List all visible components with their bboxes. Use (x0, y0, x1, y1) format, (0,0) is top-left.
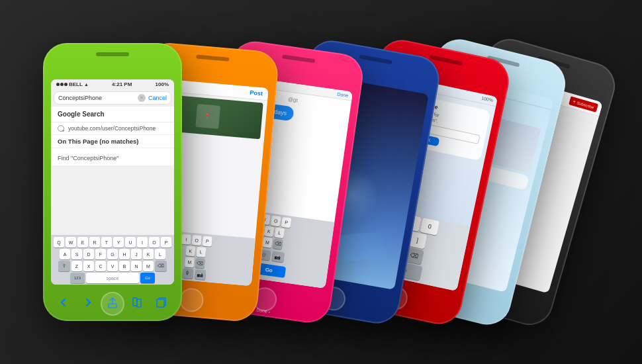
dot-3 (64, 83, 68, 86)
dot-2 (60, 83, 64, 86)
key-bs-2[interactable]: ⌫ (195, 258, 205, 269)
cancel-btn[interactable]: Cancel (148, 95, 167, 101)
post-button[interactable]: Post (250, 89, 263, 97)
kb-green-row2: A S D F G H J K L (52, 249, 173, 259)
key-r[interactable]: R (89, 237, 100, 248)
speaker-red (430, 55, 463, 66)
find-label: Find "ConceptsiPhone" (58, 155, 118, 161)
tabs-icon[interactable] (155, 296, 168, 309)
key-P[interactable]: P (281, 217, 292, 228)
google-search-section: Google Search (51, 107, 174, 122)
url-result: youtube.com/user/ConceptsiPhone (68, 125, 156, 132)
battery-5: 100% (481, 96, 494, 104)
key-I-2[interactable]: I (181, 234, 191, 245)
on-this-page-title: On This Page (no matches) (58, 138, 167, 145)
battery-label: 100% (156, 81, 169, 87)
key-K[interactable]: K (263, 226, 274, 237)
clear-icon[interactable]: ✕ (138, 94, 146, 102)
key-0[interactable]: 0 (420, 218, 439, 236)
svg-rect-1 (133, 298, 137, 306)
speaker-green (96, 52, 129, 56)
key-P-2[interactable]: P (203, 236, 212, 246)
forward-icon[interactable] (81, 296, 95, 309)
time-label: 4:21 PM (112, 81, 132, 87)
key-c[interactable]: C (95, 261, 106, 271)
kb-green-row1: Q W E R T Y U I O P (52, 237, 173, 248)
key-g[interactable]: G (107, 249, 118, 259)
key-a[interactable]: A (60, 249, 70, 259)
key-delete-main[interactable]: ⌫ (155, 261, 167, 271)
key-123[interactable]: 123 (70, 273, 85, 283)
find-row[interactable]: Find "ConceptsiPhone" (51, 148, 174, 165)
key-o[interactable]: O (149, 237, 160, 248)
search-icon-small (58, 125, 64, 132)
back-icon[interactable] (57, 296, 70, 309)
carrier-label: BELL (69, 81, 83, 87)
key-v[interactable]: V (107, 261, 118, 271)
key-z[interactable]: Z (71, 261, 82, 271)
on-this-page-section: On This Page (no matches) (51, 135, 174, 148)
key-M-2[interactable]: M (185, 257, 195, 267)
address-bar[interactable]: ConceptsiPhone ✕ Cancel (54, 91, 171, 105)
key-backspace[interactable]: ⌫ (273, 238, 283, 250)
google-search-title: Google Search (58, 111, 167, 118)
status-bar-green: BELL ▲ 4:21 PM 100% (51, 79, 174, 89)
key-n[interactable]: N (131, 261, 142, 271)
dot-1 (56, 83, 60, 86)
key-l[interactable]: L (155, 249, 165, 259)
address-text: ConceptsiPhone (58, 95, 135, 101)
key-d[interactable]: D (83, 249, 94, 259)
key-j[interactable]: J (131, 249, 142, 259)
key-go-main[interactable]: Go (140, 273, 155, 283)
signal-dots (56, 83, 68, 86)
screen-green: BELL ▲ 4:21 PM 100% ConceptsiPhone ✕ Can… (51, 79, 174, 285)
key-cam-2[interactable]: 📷 (195, 269, 206, 280)
key-s[interactable]: S (71, 249, 82, 259)
carrier-area: BELL ▲ (56, 81, 89, 87)
key-M[interactable]: M (262, 237, 273, 248)
bookmarks-icon[interactable] (130, 296, 144, 309)
post-thumbnail: 📍 (195, 104, 220, 129)
phones-container: + Subscribe Playlists — ra, iOS 7... 1 d… (23, 17, 619, 347)
url-result-row[interactable]: youtube.com/user/ConceptsiPhone (51, 122, 174, 135)
key-camera[interactable]: 📷 (271, 251, 285, 262)
key-m[interactable]: M (143, 261, 154, 271)
wifi-symbol: ▲ (84, 82, 89, 87)
key-x[interactable]: X (83, 261, 94, 271)
key-f[interactable]: F (95, 249, 106, 259)
key-b[interactable]: B (119, 261, 130, 271)
key-u[interactable]: U (125, 237, 136, 248)
key-t[interactable]: T (101, 237, 112, 248)
key-y[interactable]: Y (113, 237, 124, 248)
key-shift[interactable]: ⇧ (58, 261, 70, 271)
speaker-pink (282, 54, 315, 63)
svg-rect-2 (137, 299, 141, 307)
key-K-2[interactable]: K (185, 246, 195, 256)
key-h[interactable]: H (119, 249, 130, 259)
svg-rect-3 (157, 299, 164, 307)
key-i[interactable]: I (137, 237, 148, 248)
key-L-2[interactable]: L (196, 247, 206, 257)
home-button-2[interactable] (179, 287, 205, 313)
speaker-blue (359, 55, 392, 65)
speaker-orange (196, 55, 229, 62)
keyboard-green: Q W E R T Y U I O P A S D (51, 235, 174, 285)
key-p[interactable]: P (161, 237, 171, 248)
phone-green: BELL ▲ 4:21 PM 100% ConceptsiPhone ✕ Can… (43, 43, 182, 321)
key-k[interactable]: K (143, 249, 154, 259)
key-q[interactable]: Q (54, 237, 64, 248)
home-button-1[interactable] (101, 292, 124, 316)
done-btn[interactable]: Done (337, 92, 349, 98)
key-L[interactable]: L (274, 227, 285, 238)
key-O[interactable]: O (271, 216, 281, 227)
key-O-2[interactable]: O (192, 235, 202, 246)
key-space[interactable]: space (86, 273, 139, 283)
key-w[interactable]: W (66, 237, 76, 248)
kb-green-row4: 123 space Go (52, 273, 173, 283)
key-mic[interactable]: 🎙 (182, 268, 193, 279)
kb-green-row3: ⇧ Z X C V B N M ⌫ (52, 261, 173, 271)
key-e[interactable]: E (77, 237, 88, 248)
scene: + Subscribe Playlists — ra, iOS 7... 1 d… (0, 0, 642, 364)
